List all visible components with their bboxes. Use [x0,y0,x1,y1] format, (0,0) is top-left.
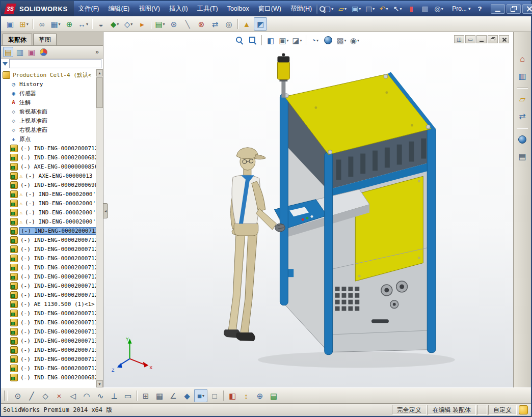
show-hidden-components-button[interactable]: ◒ [94,17,108,31]
child-close-button[interactable] [499,35,509,43]
tree-item[interactable]: (-) AXE-ENG-00000013 [1,171,96,180]
shaded-with-edges-button[interactable]: ■ [194,389,207,402]
insert-component-button[interactable]: ⊞ [17,17,31,31]
tree-item[interactable]: (-) IND-ENG-00002000712 [1,244,96,254]
tree-item[interactable]: 传感器 [1,89,96,98]
featuremanager-tab[interactable]: ▤ [3,47,13,57]
spline-tool-button[interactable]: ∿ [94,389,107,402]
tree-item[interactable]: (-) IND-ENG-00002000712 [1,309,96,318]
close-button[interactable] [522,4,532,14]
restore-button[interactable] [507,4,521,14]
file-explorer-button[interactable]: ▱ [516,93,529,106]
tree-item[interactable]: (-) AE 1130.500 (1)<1> [1,299,96,309]
section-view-button[interactable]: ◧ [264,35,277,46]
print-button[interactable]: ▤ [364,3,376,14]
tree-item[interactable]: (-) IND-ENG-00002000' [1,199,96,208]
displaymanager-tab[interactable] [38,47,48,57]
tree-item[interactable]: 前视基准面 [1,107,96,116]
reference-geometry-button[interactable]: ◇ [122,17,135,31]
angle-snap-button[interactable]: ∠ [167,389,180,402]
tab-sketch[interactable]: 草图 [33,34,57,45]
line-tool-button[interactable]: ╱ [25,389,38,402]
smart-fasteners-button[interactable]: ⊕ [63,17,76,31]
appearances-button[interactable] [516,133,529,146]
tree-item[interactable]: (-) IND-ENG-00002000712 [1,281,96,290]
tree-item[interactable]: 原点 [1,134,96,144]
measure-tool-button[interactable]: ↕ [240,389,253,402]
design-library-button[interactable]: ▥ [516,70,529,83]
child-restore-button[interactable] [488,35,498,43]
polygon-tool-button[interactable]: ◇ [39,389,52,402]
tree-item[interactable]: (-) IND-ENG-00002000' [1,208,96,217]
mate-button[interactable]: ∞ [35,17,48,31]
menu-tools[interactable]: 工具(T) [193,2,223,16]
exploded-view-button[interactable]: ⊛ [167,17,180,31]
configurationmanager-tab[interactable]: ▣ [26,47,37,57]
quick-tips-button[interactable] [519,405,528,414]
scroll-down-button[interactable]: ▼ [96,380,103,387]
hidden-lines-button[interactable]: □ [208,389,221,402]
tree-item[interactable]: (-) IND-ENG-00002000712 [1,364,96,373]
apply-scene-button[interactable]: ▩ [335,35,348,46]
move-component-button[interactable]: ↔ [76,17,90,31]
select-button[interactable]: ↖ [391,3,404,14]
interference-detection-button[interactable]: ⊗ [195,17,208,31]
clearance-verification-button[interactable]: ⇄ [208,17,222,31]
save-button[interactable]: ▣ [350,3,362,14]
tree-item[interactable]: (-) IND-ENG-00002000698 [1,180,96,189]
tree-item[interactable]: (-) IND-ENG-00002000682 [1,373,96,382]
help-button[interactable]: ? [473,4,486,14]
toolbar-grip[interactable] [4,391,8,401]
tree-item[interactable]: 右视基准面 [1,125,96,134]
tree-item[interactable]: (-) IND-ENG-00002000712 [1,263,96,272]
child-minimize-button[interactable] [476,35,487,43]
circle-tool-button[interactable]: ⊙ [11,389,24,402]
tree-item[interactable]: (-) IND-ENG-00002000' [1,189,96,199]
perpendicular-relation-button[interactable]: ⊥ [108,389,121,402]
design-table-button[interactable]: ▤ [267,389,280,402]
isometric-view-button[interactable]: ◆ [180,389,194,402]
menu-window[interactable]: 窗口(W) [254,2,286,16]
panel-overflow-button[interactable]: » [93,48,101,55]
tree-item[interactable]: (-) IND-ENG-00002000713 [1,318,96,327]
display-style-button[interactable]: ◪ [291,35,303,46]
grid-settings-button[interactable]: ▦ [153,389,166,402]
motion-study-button[interactable]: ▸ [136,17,149,31]
tree-item[interactable]: History [1,79,96,89]
view-orientation-button[interactable]: ▣ [278,35,290,46]
tree-item[interactable]: (-) IND-ENG-00002000712 [1,272,96,281]
tree-item[interactable]: (-) IND-ENG-00002000' [1,217,96,226]
menu-view[interactable]: 视图(V) [134,2,165,16]
pane-full-button[interactable]: ▭ [465,35,475,43]
options-button[interactable]: ◎ [433,3,445,14]
solidworks-resources-button[interactable]: ⌂ [516,52,529,66]
menu-help[interactable]: 帮助(H) [286,2,316,16]
search-button[interactable] [316,4,317,14]
sketch-snaps-button[interactable]: ⊞ [139,389,152,402]
view-settings-button[interactable]: ◉ [349,35,361,46]
tree-item[interactable]: Production Cell-4 (默认< [1,70,96,79]
pane-split-button[interactable]: ◫ [454,35,464,43]
panel-collapse-handle[interactable]: ◄ [103,203,108,218]
minimize-button[interactable] [491,4,505,14]
tree-item[interactable]: (-) IND-ENG-00002000712 [1,235,96,244]
propertymanager-tab[interactable]: ▥ [15,47,25,57]
tree-item[interactable]: 注解 [1,98,96,107]
menu-file[interactable]: 文件(F) [74,2,104,16]
tree-item[interactable]: 上视基准面 [1,116,96,125]
mirror-entities-button[interactable]: ◁ [66,389,79,402]
zoom-to-area-button[interactable] [247,35,259,46]
trim-entities-button[interactable]: × [52,389,66,402]
explode-line-sketch-button[interactable]: ╲ [181,17,194,31]
sketch-fillet-button[interactable]: ◠ [80,389,93,402]
tree-scrollbar[interactable]: ▲ ▼ [96,69,103,387]
rebuild-button[interactable]: ▮ [405,3,417,14]
menu-edit[interactable]: 编辑(E) [104,2,135,16]
assembly-features-button[interactable]: ◆ [108,17,121,31]
assemblyxpert-button[interactable]: ▲ [240,17,253,31]
edit-component-button[interactable]: ▣ [4,17,17,31]
tree-item[interactable]: (-) IND-ENG-00002000712 [1,254,96,263]
filter-input[interactable] [9,59,101,68]
linear-pattern-button[interactable]: ▦ [49,17,62,31]
tree-item[interactable]: (-) IND-ENG-00002000712 [1,354,96,364]
